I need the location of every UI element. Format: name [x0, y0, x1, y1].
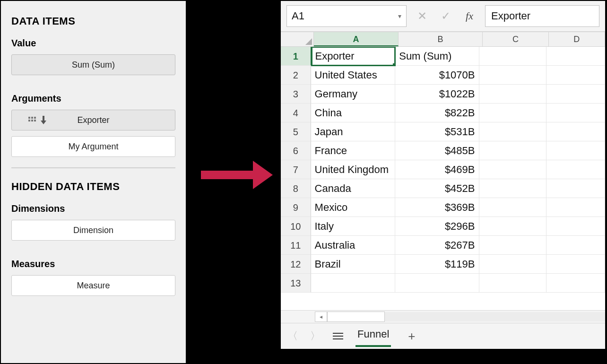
- cell[interactable]: [479, 141, 546, 160]
- column-header-C[interactable]: C: [483, 32, 548, 46]
- cell[interactable]: [546, 236, 605, 255]
- row-header[interactable]: 5: [281, 122, 311, 141]
- cell[interactable]: [479, 274, 546, 293]
- row-header[interactable]: 7: [281, 160, 311, 179]
- dimension-placeholder-field[interactable]: Dimension: [11, 220, 175, 241]
- cell[interactable]: [546, 66, 605, 85]
- sort-down-icon: [41, 116, 46, 124]
- cell[interactable]: France: [311, 141, 395, 160]
- cell[interactable]: $119B: [395, 255, 479, 274]
- measure-placeholder-field[interactable]: Measure: [11, 275, 175, 296]
- table-row: 10Italy$296B: [281, 217, 605, 236]
- sheet-menu-icon[interactable]: [333, 332, 343, 340]
- row-header[interactable]: 9: [281, 198, 311, 217]
- cell[interactable]: [546, 47, 605, 66]
- cell[interactable]: United States: [311, 66, 395, 85]
- cell[interactable]: [546, 274, 605, 293]
- cell[interactable]: $822B: [395, 104, 479, 122]
- cell[interactable]: China: [311, 104, 395, 122]
- cell[interactable]: [546, 160, 605, 179]
- row-header[interactable]: 11: [281, 236, 311, 255]
- measure-placeholder-text: Measure: [77, 281, 110, 291]
- row-header[interactable]: 10: [281, 217, 311, 236]
- cell[interactable]: $531B: [395, 122, 479, 141]
- formula-input[interactable]: Exporter: [485, 5, 599, 27]
- row-header[interactable]: 13: [281, 274, 311, 293]
- horizontal-scrollbar[interactable]: ◂: [281, 310, 605, 323]
- cell[interactable]: $369B: [395, 198, 479, 217]
- table-row: 12Brazil$119B: [281, 255, 605, 274]
- argument-field[interactable]: Exporter: [11, 110, 175, 130]
- cell[interactable]: [546, 198, 605, 217]
- row-header[interactable]: 8: [281, 179, 311, 198]
- column-header-B[interactable]: B: [399, 32, 483, 46]
- scroll-left-icon[interactable]: ◂: [315, 312, 327, 322]
- scroll-thumb[interactable]: [327, 312, 385, 322]
- row-header[interactable]: 6: [281, 141, 311, 160]
- cell[interactable]: Sum (Sum): [395, 47, 479, 66]
- cell[interactable]: [479, 179, 546, 198]
- row-header[interactable]: 2: [281, 66, 311, 85]
- cell[interactable]: Italy: [311, 217, 395, 236]
- confirm-edit-icon[interactable]: ✓: [438, 9, 454, 23]
- cell[interactable]: Germany: [311, 85, 395, 104]
- svg-rect-3: [28, 120, 30, 121]
- argument-placeholder-field[interactable]: My Argument: [11, 136, 175, 157]
- cell[interactable]: [546, 217, 605, 236]
- formula-input-value: Exporter: [491, 10, 530, 22]
- formula-bar: A1 ▾ ✕ ✓ fx Exporter: [281, 1, 605, 32]
- cell[interactable]: [546, 179, 605, 198]
- cell[interactable]: Canada: [311, 179, 395, 198]
- cell[interactable]: [546, 122, 605, 141]
- cell[interactable]: [546, 141, 605, 160]
- insert-function-icon[interactable]: fx: [461, 10, 477, 22]
- cell[interactable]: $469B: [395, 160, 479, 179]
- cell[interactable]: [546, 255, 605, 274]
- column-header-D[interactable]: D: [549, 32, 605, 46]
- name-box[interactable]: A1 ▾: [286, 5, 407, 27]
- row-header[interactable]: 1: [281, 47, 312, 66]
- chevron-down-icon[interactable]: ▾: [398, 12, 401, 20]
- cell[interactable]: United Kingdom: [311, 160, 395, 179]
- cell[interactable]: [311, 274, 395, 293]
- cell[interactable]: [479, 66, 546, 85]
- cell[interactable]: [395, 274, 479, 293]
- cell[interactable]: [479, 160, 546, 179]
- cell[interactable]: [479, 255, 546, 274]
- row-header[interactable]: 3: [281, 85, 311, 104]
- cell[interactable]: $485B: [395, 141, 479, 160]
- sheet-nav-prev-icon[interactable]: 〈: [287, 329, 298, 343]
- add-sheet-icon[interactable]: +: [408, 329, 415, 344]
- cell[interactable]: [479, 217, 546, 236]
- cell[interactable]: $1022B: [395, 85, 479, 104]
- cell[interactable]: [479, 47, 546, 66]
- cell[interactable]: $452B: [395, 179, 479, 198]
- export-arrow-icon: [201, 161, 277, 189]
- row-header[interactable]: 4: [281, 104, 311, 122]
- cell[interactable]: [546, 104, 605, 122]
- sheet-nav-next-icon[interactable]: 〉: [310, 329, 321, 343]
- cell[interactable]: [479, 236, 546, 255]
- cell[interactable]: $267B: [395, 236, 479, 255]
- cell[interactable]: $1070B: [395, 66, 479, 85]
- cell[interactable]: Mexico: [311, 198, 395, 217]
- cell[interactable]: [479, 104, 546, 122]
- table-row: 1ExporterSum (Sum): [281, 47, 605, 66]
- cell[interactable]: $296B: [395, 217, 479, 236]
- select-all-corner[interactable]: [281, 32, 314, 46]
- cell[interactable]: [479, 122, 546, 141]
- cell[interactable]: [479, 198, 546, 217]
- cell[interactable]: [479, 85, 546, 104]
- dimension-placeholder-text: Dimension: [73, 225, 113, 235]
- cell[interactable]: Japan: [311, 122, 395, 141]
- column-header-A[interactable]: A: [314, 32, 399, 46]
- row-header[interactable]: 12: [281, 255, 311, 274]
- cancel-edit-icon[interactable]: ✕: [414, 9, 430, 23]
- cell[interactable]: Exporter: [312, 47, 396, 66]
- scroll-track[interactable]: [385, 312, 605, 321]
- cell[interactable]: [546, 85, 605, 104]
- cell[interactable]: Australia: [311, 236, 395, 255]
- cell[interactable]: Brazil: [311, 255, 395, 274]
- sheet-tab-funnel[interactable]: Funnel: [356, 325, 391, 347]
- value-field[interactable]: Sum (Sum): [11, 54, 175, 75]
